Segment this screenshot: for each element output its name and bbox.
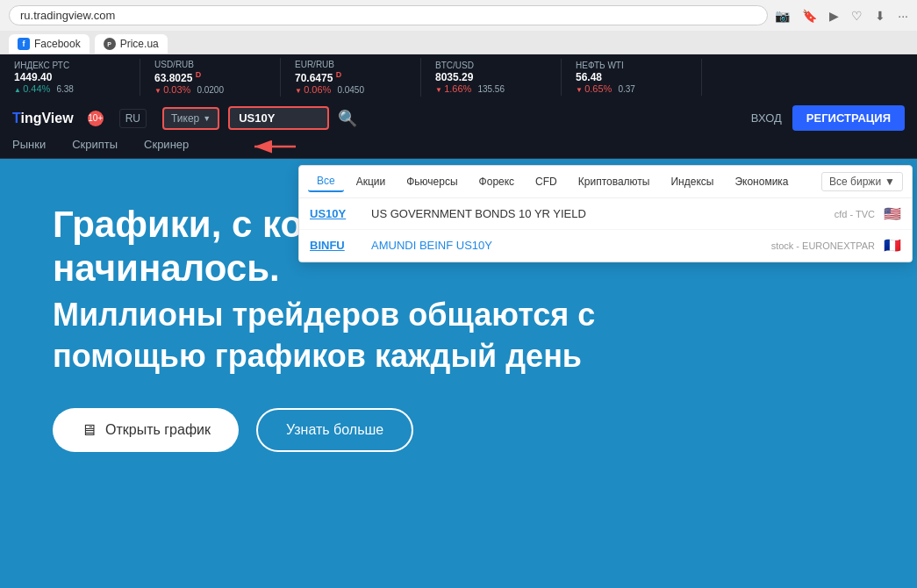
- ticker-selector-label: Тикер: [171, 112, 199, 125]
- dd-tab-crypto[interactable]: Криптовалюты: [570, 172, 659, 191]
- ticker-wti[interactable]: НЕФТЬ WTI 56.48 0.65% 0.37: [562, 59, 702, 96]
- learn-more-label: Узнать больше: [286, 422, 383, 437]
- dd-tab-forex[interactable]: Форекс: [470, 172, 524, 191]
- ticker-usdrub-arrow: [154, 84, 163, 95]
- open-chart-button[interactable]: Открыть график: [53, 408, 239, 452]
- search-result-us10y[interactable]: US10Y US GOVERNMENT BONDS 10 YR YIELD cf…: [299, 198, 912, 230]
- ticker-wti-change: 0.65% 0.37: [576, 83, 687, 94]
- ticker-rts[interactable]: ИНДЕКС РТС 1449.40 0.44% 6.38: [0, 59, 140, 96]
- hero-subtitle: Миллионы трейдеров общаются с помощью гр…: [53, 295, 632, 377]
- ticker-selector-chevron: ▼: [203, 114, 211, 123]
- ticker-wti-arrow: [576, 83, 584, 94]
- ticker-btcusd-price: 8035.29: [435, 71, 547, 83]
- ticker-eurrub-change: 0.06% 0.0450: [295, 84, 406, 95]
- price-favicon: P: [104, 38, 116, 50]
- ticker-eurrub[interactable]: EUR/RUB 70.6475 D 0.06% 0.0450: [281, 58, 421, 97]
- browser-chrome: ru.tradingview.com 📷 🔖 ▶ ♡ ⬇ ··· f Faceb…: [0, 0, 917, 54]
- ticker-usdrub[interactable]: USD/RUB 63.8025 D 0.03% 0.0200: [140, 58, 281, 97]
- search-value: US10Y: [239, 111, 275, 125]
- nav-screener[interactable]: Скринер: [144, 138, 189, 151]
- dd-exchanges[interactable]: Все биржи ▼: [821, 172, 903, 191]
- ticker-bar: ИНДЕКС РТС 1449.40 0.44% 6.38 USD/RUB 63…: [0, 54, 917, 100]
- search-icon[interactable]: 🔍: [338, 109, 357, 128]
- register-button[interactable]: РЕГИСТРАЦИЯ: [792, 105, 905, 131]
- lang-label: RU: [125, 112, 140, 125]
- ticker-rts-arrow: [14, 83, 23, 94]
- ticker-selector[interactable]: Тикер ▼: [162, 107, 219, 130]
- dd-tab-futures[interactable]: Фьючерсы: [398, 172, 466, 191]
- ticker-rts-price: 1449.40: [14, 71, 125, 83]
- learn-more-button[interactable]: Узнать больше: [256, 408, 413, 452]
- monitor-icon: [81, 421, 97, 440]
- dd-tab-economy[interactable]: Экономика: [726, 172, 797, 191]
- notification-count: 10+: [88, 113, 103, 123]
- heart-icon[interactable]: ♡: [851, 9, 863, 23]
- tab-price[interactable]: P Price.ua: [95, 34, 168, 54]
- ticker-eurrub-name: EUR/RUB: [295, 60, 406, 69]
- tab-facebook-label: Facebook: [34, 38, 81, 50]
- result-binfu-flag: 🇫🇷: [884, 237, 901, 254]
- dropdown-tabs: Все Акции Фьючерсы Форекс CFD Криптовалю…: [299, 166, 912, 198]
- browser-tabs: f Facebook P Price.ua: [0, 31, 917, 54]
- main-nav: TingView 10+ RU Тикер ▼ US10Y 🔍: [0, 100, 917, 136]
- search-dropdown: Все Акции Фьючерсы Форекс CFD Криптовалю…: [298, 165, 913, 262]
- open-chart-label: Открыть график: [105, 422, 211, 438]
- nav-right: ВХОД РЕГИСТРАЦИЯ: [751, 105, 905, 131]
- search-result-binfu[interactable]: BINFU AMUNDI BEINF US10Y stock - EURONEX…: [299, 230, 912, 262]
- address-bar[interactable]: ru.tradingview.com: [9, 5, 768, 25]
- dd-tab-all[interactable]: Все: [308, 171, 344, 192]
- browser-icons: 📷 🔖 ▶ ♡ ⬇ ···: [775, 9, 908, 23]
- exchanges-label: Все биржи: [829, 176, 881, 188]
- browser-toolbar: ru.tradingview.com 📷 🔖 ▶ ♡ ⬇ ···: [0, 0, 917, 31]
- ticker-rts-name: ИНДЕКС РТС: [14, 61, 125, 70]
- result-binfu-name: AMUNDI BEINF US10Y: [371, 239, 771, 252]
- share-icon[interactable]: ▶: [829, 9, 839, 23]
- ticker-btcusd-arrow: [435, 83, 444, 94]
- red-arrow-indicator: [247, 133, 300, 163]
- result-us10y-name: US GOVERNMENT BONDS 10 YR YIELD: [371, 207, 835, 220]
- dd-tab-stocks[interactable]: Акции: [347, 172, 395, 191]
- ticker-usdrub-price: 63.8025 D: [154, 70, 266, 84]
- download-icon[interactable]: ⬇: [875, 9, 885, 23]
- url-text: ru.tradingview.com: [20, 9, 115, 22]
- bookmark-icon[interactable]: 🔖: [802, 9, 817, 23]
- nav-markets[interactable]: Рынки: [12, 138, 46, 151]
- dd-tab-cfd[interactable]: CFD: [527, 172, 566, 191]
- login-button[interactable]: ВХОД: [751, 111, 782, 125]
- nav-scripts[interactable]: Скрипты: [72, 138, 118, 151]
- ticker-eurrub-badge: D: [336, 70, 342, 79]
- more-icon[interactable]: ···: [898, 9, 908, 23]
- ticker-btcusd[interactable]: BTC/USD 8035.29 1.66% 135.56: [421, 59, 562, 96]
- result-binfu-ticker: BINFU: [310, 239, 371, 252]
- arrow-svg: [247, 133, 300, 160]
- result-us10y-ticker: US10Y: [310, 207, 371, 220]
- ticker-usdrub-change: 0.03% 0.0200: [154, 84, 266, 95]
- result-us10y-type: cfd - TVC: [835, 209, 875, 219]
- result-binfu-type: stock - EURONEXTPAR: [771, 240, 875, 251]
- ticker-usdrub-name: USD/RUB: [154, 60, 266, 69]
- facebook-favicon: f: [18, 38, 30, 50]
- secondary-nav: Рынки Скрипты Скринер: [0, 136, 917, 159]
- ticker-eurrub-arrow: [295, 84, 304, 95]
- exchanges-button[interactable]: Все биржи ▼: [821, 172, 903, 191]
- exchanges-chevron: ▼: [885, 176, 895, 188]
- ticker-btcusd-change: 1.66% 135.56: [435, 83, 547, 94]
- search-field[interactable]: US10Y: [228, 106, 329, 130]
- logo: TingView: [12, 111, 74, 126]
- ticker-eurrub-price: 70.6475 D: [295, 70, 406, 84]
- ticker-wti-name: НЕФТЬ WTI: [576, 61, 687, 70]
- hero-buttons: Открыть график Узнать больше: [53, 408, 864, 452]
- dd-tab-indices[interactable]: Индексы: [662, 172, 722, 191]
- camera-icon[interactable]: 📷: [775, 9, 790, 23]
- logo-text: ingView: [20, 111, 73, 125]
- ticker-rts-change: 0.44% 6.38: [14, 83, 125, 94]
- ticker-btcusd-name: BTC/USD: [435, 61, 547, 70]
- result-us10y-flag: 🇺🇸: [884, 205, 901, 222]
- tab-price-label: Price.ua: [120, 38, 159, 50]
- notification-badge[interactable]: 10+: [88, 111, 104, 126]
- ticker-usdrub-badge: D: [196, 70, 202, 79]
- tab-facebook[interactable]: f Facebook: [9, 34, 90, 54]
- ticker-wti-price: 56.48: [576, 71, 687, 83]
- lang-button[interactable]: RU: [119, 109, 147, 128]
